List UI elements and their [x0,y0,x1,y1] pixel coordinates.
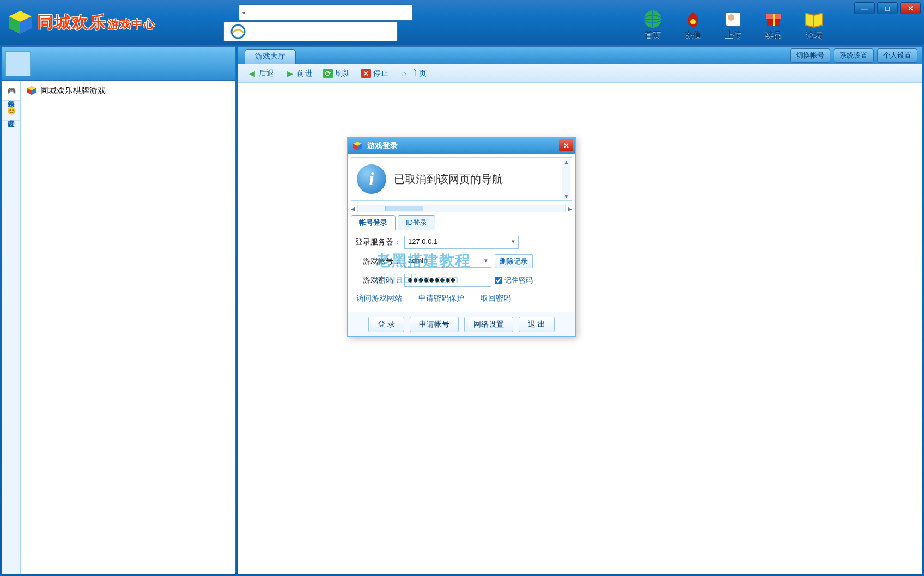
account-input[interactable]: admin [404,255,491,268]
nav-label: 充值 [685,30,701,40]
register-button[interactable]: 申请帐号 [410,317,459,332]
game-tree: 同城欢乐棋牌游戏 [21,81,235,574]
exit-button[interactable]: 退 出 [519,317,555,332]
arrow-left-icon: ◀ [247,69,257,78]
dialog-title: 游戏登录 [367,141,398,151]
globe-icon [641,8,665,30]
svg-point-7 [690,19,696,24]
tab-strip: 游戏大厅 切换帐号 系统设置 个人设置 [238,47,922,64]
gift-icon [762,8,786,30]
link-recover-password[interactable]: 取回密码 [481,293,511,303]
top-nav: 首页 充值 上传 奖品 论坛 [641,4,826,40]
nav-label: 首页 [645,30,661,40]
close-button[interactable]: ✕ [900,2,921,14]
right-panel: 游戏大厅 切换帐号 系统设置 个人设置 ◀后退 ▶前进 ⟳刷新 ✕停止 ⌂主页 … [238,46,922,574]
network-settings-button[interactable]: 网络设置 [464,317,513,332]
stop-icon: ✕ [361,69,371,78]
minimize-button[interactable]: — [854,2,875,14]
hscrollbar[interactable]: ◀▶ [351,204,572,213]
info-icon: i [357,164,386,194]
avatar[interactable] [5,51,31,76]
left-panel-header [2,47,235,81]
nav-label: 上传 [725,30,741,40]
nav-upload[interactable]: 上传 [721,8,745,40]
btn-switch-account[interactable]: 切换帐号 [790,48,830,63]
refresh-icon: ⟳ [323,69,333,78]
app-title-main: 同城欢乐 [37,11,107,34]
tool-home[interactable]: ⌂主页 [395,67,431,80]
tool-back[interactable]: ◀后退 [242,67,278,80]
info-text: 已取消到该网页的导航 [394,172,566,187]
clear-history-button[interactable]: 删除记录 [495,254,533,268]
side-tab-friends[interactable]: 😊 好友管理 [2,101,20,121]
password-input[interactable]: ●●●●●●●●● [404,274,491,287]
nav-home[interactable]: 首页 [641,8,665,40]
login-button[interactable]: 登 录 [368,317,404,332]
arrow-right-icon: ▶ [285,69,295,78]
url-icon-bar[interactable] [223,22,398,41]
login-form: 登录服务器： 127.0.0.1 游戏帐号： admin 删除记录 游戏密码： … [348,230,575,312]
app-title: 同城欢乐 游戏中心 [37,11,156,34]
workspace: 🎮 游戏列表 😊 好友管理 同城欢乐棋牌游戏 游戏大厅 切换帐号 系统 [0,45,924,576]
tree-root-label: 同城欢乐棋牌游戏 [40,85,106,96]
nav-label: 论坛 [806,30,822,40]
login-dialog: 游戏登录 ✕ i 已取消到该网页的导航 ▲▼ ◀▶ 帐号登录 ID登录 [347,137,576,337]
remember-label: 记住密码 [504,275,533,285]
money-bag-icon [681,8,705,30]
side-tabs: 🎮 游戏列表 😊 好友管理 [2,81,21,574]
btn-personal-settings[interactable]: 个人设置 [877,48,917,63]
login-links: 访问游戏网站 申请密码保护 取回密码 [355,292,568,307]
left-panel: 🎮 游戏列表 😊 好友管理 同城欢乐棋牌游戏 [2,46,236,574]
tool-stop[interactable]: ✕停止 [357,67,393,80]
tab-game-lobby[interactable]: 游戏大厅 [245,49,296,64]
svg-rect-12 [773,14,775,26]
side-tab-game-list[interactable]: 🎮 游戏列表 [2,81,20,101]
header-buttons: 切换帐号 系统设置 个人设置 [790,48,917,63]
side-tab-icon: 🎮 [7,86,15,95]
browser-toolbar: ◀后退 ▶前进 ⟳刷新 ✕停止 ⌂主页 [238,64,922,83]
tool-refresh[interactable]: ⟳刷新 [319,67,355,80]
dialog-title-bar[interactable]: 游戏登录 ✕ [348,138,575,154]
url-input-top[interactable] [239,4,413,21]
row-password: 游戏密码： ●●●●●●●●● 记住密码 [355,274,568,287]
dialog-close-button[interactable]: ✕ [559,139,573,151]
tab-id-login[interactable]: ID登录 [398,215,435,230]
logo-cube-icon [7,9,34,36]
nav-forum[interactable]: 论坛 [802,8,826,40]
window-controls: — □ ✕ [854,2,921,14]
dialog-buttons: 登 录 申请帐号 网络设置 退 出 [348,312,575,336]
ie-icon [230,24,246,39]
cube-icon [26,85,37,96]
nav-label: 奖品 [765,30,782,40]
nav-prize[interactable]: 奖品 [762,8,786,40]
maximize-button[interactable]: □ [877,2,898,14]
remember-checkbox-input[interactable] [495,277,502,284]
vscrollbar[interactable]: ▲▼ [562,159,570,199]
row-server: 登录服务器： 127.0.0.1 [355,236,568,249]
nav-recharge[interactable]: 充值 [681,8,705,40]
svg-point-9 [728,14,734,21]
tool-forward[interactable]: ▶前进 [281,67,317,80]
photo-icon [721,8,745,30]
account-label: 游戏帐号： [355,256,401,266]
logo-area: 同城欢乐 游戏中心 [0,9,156,36]
browser-content: 游戏登录 ✕ i 已取消到该网页的导航 ▲▼ ◀▶ 帐号登录 ID登录 [238,83,922,574]
book-icon [802,8,826,30]
tree-root[interactable]: 同城欢乐棋牌游戏 [26,85,230,96]
info-banner: i 已取消到该网页的导航 ▲▼ [351,157,572,201]
btn-system-settings[interactable]: 系统设置 [834,48,874,63]
link-visit-site[interactable]: 访问游戏网站 [356,293,402,303]
cube-icon [352,140,363,151]
login-tabs: 帐号登录 ID登录 [351,215,572,230]
app-header: 同城欢乐 游戏中心 首页 充值 上传 奖品 论坛 — □ ✕ [0,0,924,45]
house-icon: ⌂ [399,69,409,78]
password-label: 游戏密码： [355,275,401,285]
row-account: 游戏帐号： admin 删除记录 [355,254,568,268]
server-select[interactable]: 127.0.0.1 [404,236,519,249]
link-password-protect[interactable]: 申请密码保护 [418,293,464,303]
server-label: 登录服务器： [355,237,401,247]
tab-account-login[interactable]: 帐号登录 [351,215,396,230]
app-title-sub: 游戏中心 [108,17,156,32]
remember-checkbox[interactable]: 记住密码 [495,275,540,285]
left-panel-body: 🎮 游戏列表 😊 好友管理 同城欢乐棋牌游戏 [2,81,235,574]
